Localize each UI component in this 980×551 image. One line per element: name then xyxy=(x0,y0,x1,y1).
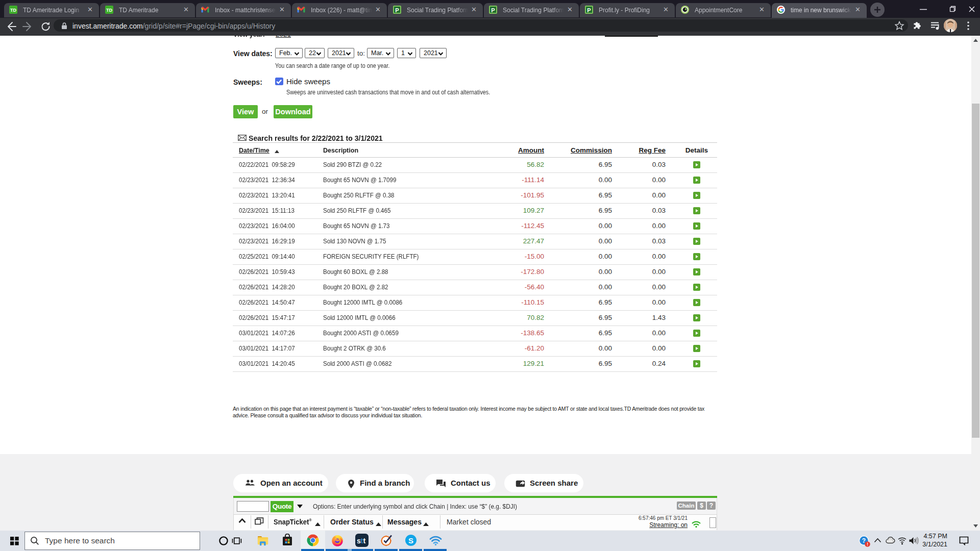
svg-text:S: S xyxy=(408,536,413,545)
svg-text:P: P xyxy=(491,7,495,13)
svg-text:P: P xyxy=(395,7,399,13)
svg-text:TD: TD xyxy=(106,8,112,13)
svg-text:P: P xyxy=(587,7,591,13)
svg-text:t: t xyxy=(363,537,366,545)
svg-text:TD: TD xyxy=(10,8,16,13)
